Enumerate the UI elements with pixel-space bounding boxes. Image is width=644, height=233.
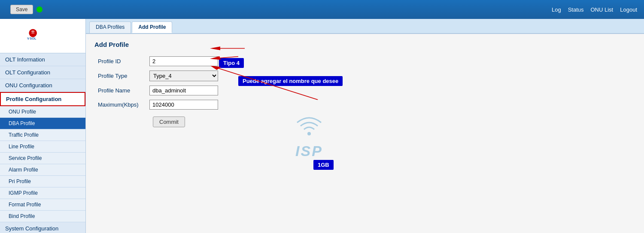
profile-type-row: Profile Type Type_1 Type_2 Type_3 Type_4…: [94, 68, 222, 83]
sidebar-subitem-dba-profile[interactable]: DBA Profile: [0, 118, 85, 129]
onu-list-link[interactable]: ONU List: [591, 6, 614, 13]
sidebar-item-olt-configuration[interactable]: OLT Configuration: [0, 66, 85, 79]
profile-type-label: Profile Type: [94, 68, 146, 83]
log-link[interactable]: Log: [552, 6, 561, 13]
maximum-label: Maximum(Kbps): [94, 98, 146, 112]
vsol-logo-svg: V · SOL: [26, 24, 60, 48]
sidebar-item-system-configuration[interactable]: System Configuration: [0, 222, 85, 233]
profile-name-row: Profile Name: [94, 83, 222, 98]
sidebar-subitem-format-profile[interactable]: Format Profile: [0, 199, 85, 211]
tab-add-profile[interactable]: Add Profile: [132, 21, 172, 33]
save-button[interactable]: Save: [10, 5, 33, 14]
add-profile-form: Profile ID Profile Type Type_1 Type_2 Ty…: [94, 54, 222, 129]
sidebar-subitem-alarm-profile[interactable]: Alarm Profile: [0, 164, 85, 176]
profile-id-row: Profile ID: [94, 54, 222, 68]
logout-link[interactable]: Logout: [620, 6, 637, 13]
svg-text:·: ·: [29, 37, 29, 40]
sidebar-subitem-onu-profile[interactable]: ONU Profile: [0, 106, 85, 118]
isp-watermark: ISP: [292, 107, 326, 159]
sidebar: V · SOL OLT Information OLT Configuratio…: [0, 19, 86, 233]
svg-line-8: [213, 67, 318, 100]
page-title: Add Profile: [94, 41, 635, 48]
profile-name-label: Profile Name: [94, 83, 146, 98]
sidebar-subitem-service-profile[interactable]: Service Profile: [0, 153, 85, 164]
maximum-input[interactable]: [149, 100, 218, 110]
sidebar-item-profile-configuration[interactable]: Profile Configuration: [0, 92, 85, 106]
status-indicator: [36, 6, 43, 12]
tab-dba-profiles[interactable]: DBA Profiles: [89, 21, 131, 33]
sidebar-item-onu-configuration[interactable]: ONU Configuration: [0, 79, 85, 92]
gb-tooltip: 1GB: [313, 160, 334, 170]
svg-point-4: [307, 132, 311, 135]
save-area: Save: [7, 5, 43, 14]
tab-bar: DBA Profiles Add Profile: [86, 19, 644, 34]
profile-id-input[interactable]: [149, 56, 218, 66]
logo: V · SOL: [0, 19, 85, 53]
status-link[interactable]: Status: [568, 6, 584, 13]
content-area: Add Profile Profile ID Profile Type Type…: [86, 34, 644, 136]
profile-type-select[interactable]: Type_1 Type_2 Type_3 Type_4 Type_5: [149, 71, 218, 81]
svg-text:SOL: SOL: [30, 37, 36, 40]
profile-name-input[interactable]: [149, 86, 218, 95]
top-header: Save Log Status ONU List Logout: [0, 0, 644, 19]
tipo4-tooltip: Tipo 4: [219, 58, 244, 68]
sidebar-subitem-line-profile[interactable]: Line Profile: [0, 141, 85, 153]
commit-button[interactable]: Commit: [153, 116, 185, 127]
layout: V · SOL OLT Information OLT Configuratio…: [0, 19, 644, 233]
isp-text: ISP: [292, 143, 326, 159]
commit-row: Commit: [94, 112, 222, 129]
sidebar-subitem-pri-profile[interactable]: Pri Profile: [0, 176, 85, 187]
main-content: DBA Profiles Add Profile Add Profile Pro…: [86, 19, 644, 233]
sidebar-item-olt-information[interactable]: OLT Information: [0, 53, 85, 66]
profile-id-label: Profile ID: [94, 54, 146, 68]
sidebar-subitem-traffic-profile[interactable]: Traffic Profile: [0, 129, 85, 141]
sidebar-subitem-igmp-profile[interactable]: IGMP Profile: [0, 187, 85, 199]
nombre-tooltip: Puede agregar el nombre que desee: [238, 76, 343, 86]
wifi-icon-svg: [292, 107, 326, 141]
maximum-row: Maximum(Kbps): [94, 98, 222, 112]
sidebar-subitem-bind-profile[interactable]: Bind Profile: [0, 211, 85, 222]
